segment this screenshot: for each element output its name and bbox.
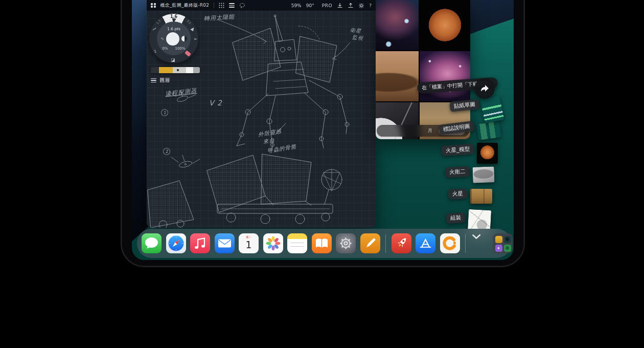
sketch-toolbar: 概念_藍圖_最終版-R02 59% 90° PRO (147, 0, 376, 11)
opacity-max-label: 100% (175, 47, 186, 51)
music-icon (190, 233, 210, 253)
forward-arrow-button[interactable] (474, 78, 495, 99)
drag-item-label[interactable]: 火星 (448, 188, 468, 199)
drag-thumb-deimos[interactable] (472, 166, 494, 183)
calendar-day: 1 (239, 239, 259, 250)
drag-item-label[interactable]: 火衛二 (445, 166, 470, 178)
dock-app-notes[interactable] (287, 233, 307, 253)
toolbar-divider (214, 3, 214, 8)
c-ring-icon (440, 233, 460, 253)
settings-gear-icon (336, 233, 356, 253)
drag-item[interactable]: 火星_模型 (442, 145, 498, 164)
layers-button[interactable]: 圖層 (151, 77, 170, 84)
swatch-white[interactable] (186, 67, 193, 73)
export-icon[interactable] (348, 3, 354, 9)
dock-app-messages[interactable] (142, 233, 162, 253)
swatch-gray[interactable] (173, 67, 186, 73)
recent-app-icon: ★ (495, 245, 502, 252)
recent-app-icon (495, 236, 502, 243)
menu-lines-icon[interactable] (229, 3, 235, 8)
drag-item[interactable]: 貼紙草圖 (450, 100, 502, 122)
layers-label: 圖層 (159, 77, 170, 84)
dock-app-mail[interactable] (215, 233, 235, 253)
gallery-icon[interactable] (151, 3, 156, 8)
books-icon (312, 233, 332, 253)
drag-thumb-logo[interactable] (476, 121, 501, 140)
rotation-value[interactable]: 90° (306, 3, 314, 8)
photo-thumb-nebula-horsehead[interactable] (376, 0, 419, 50)
recent-app-icon (504, 245, 511, 252)
annotation-version: V 2 (209, 99, 222, 107)
drag-item[interactable]: 火星 (448, 189, 492, 204)
photos-tab-month[interactable]: 月 (428, 127, 432, 134)
dock-app-sketch[interactable] (360, 233, 380, 253)
desktop-background: 轉用太陽能 衛星 監視 V 2 遠程探測器 1 2 外殼靈感 來自 甲蟲的骨骼 … (0, 0, 644, 348)
rocket-icon (392, 233, 411, 253)
swatch-dark[interactable] (151, 67, 159, 73)
photo-thumb-mars-globe[interactable] (420, 0, 470, 50)
sketch-app-window: 轉用太陽能 衛星 監視 V 2 遠程探測器 1 2 外殼靈感 來自 甲蟲的骨骼 … (147, 0, 376, 228)
dock-app-photos[interactable] (263, 233, 283, 253)
chevron-down-icon (471, 233, 481, 240)
layers-icon (151, 78, 156, 83)
drag-item-label[interactable]: 標誌說明圖 (439, 121, 474, 135)
dock-collapse-button[interactable] (471, 233, 489, 253)
dock-app-calendar[interactable]: 週二 1 (239, 233, 259, 253)
share-arrow-icon (479, 83, 490, 94)
dock-app-rocket[interactable] (392, 233, 411, 253)
photo-thumb-nebula-pink[interactable] (420, 51, 470, 101)
calendar-weekday: 週二 (239, 235, 259, 239)
settings-gear-icon[interactable] (358, 3, 364, 9)
color-well[interactable] (166, 32, 179, 46)
swatch-gold[interactable] (159, 67, 173, 73)
drag-item[interactable]: 火衛二 (445, 167, 494, 183)
photo-thumb-mars-surface[interactable] (376, 51, 419, 101)
drag-item[interactable]: 標誌說明圖 (439, 123, 500, 139)
opacity-min-label: 0% (162, 47, 168, 51)
pro-badge[interactable]: PRO (322, 3, 333, 8)
lasso-icon[interactable] (239, 3, 245, 9)
document-title[interactable]: 概念_藍圖_最終版-R02 (160, 2, 210, 9)
zoom-level[interactable]: 59% (291, 3, 302, 8)
dock-divider (385, 234, 386, 253)
pressure-icon: ∿ (160, 36, 164, 41)
drag-item-label[interactable]: 組裝 (446, 212, 466, 224)
dock: 週二 1 (137, 229, 511, 258)
import-icon[interactable] (337, 3, 343, 9)
appstore-icon (416, 233, 435, 253)
swatch-marker (177, 69, 179, 71)
brush-wheel[interactable]: 1.6 1.3 3.5 〜 ▲ ➢ ◪ ∿ 1.6 pts ∿ (149, 14, 198, 63)
dock-app-settings[interactable] (336, 233, 356, 253)
recent-app-icon (504, 236, 511, 243)
move-tool-icon[interactable]: ➢ (193, 36, 197, 41)
help-icon[interactable]: ? (369, 3, 372, 8)
photos-icon (263, 233, 283, 253)
color-swatch-bar[interactable] (151, 67, 200, 73)
ipad-screen: 轉用太陽能 衛星 監視 V 2 遠程探測器 1 2 外殼靈感 來自 甲蟲的骨骼 … (132, 0, 514, 260)
fill-tool-icon[interactable]: ◪ (171, 57, 175, 62)
pen-icon (360, 233, 380, 253)
safari-icon (166, 233, 186, 253)
drag-item-label[interactable]: 貼紙草圖 (449, 99, 480, 112)
brush-size-pts: 1.6 pts (167, 27, 180, 31)
dock-divider (465, 234, 466, 253)
dock-recent-apps-group[interactable]: ★ (493, 233, 513, 253)
dock-app-music[interactable] (190, 233, 210, 253)
opacity-icon[interactable] (181, 36, 187, 41)
dock-app-appstore[interactable] (416, 233, 435, 253)
drag-item-label[interactable]: 火星_模型 (441, 144, 474, 156)
mail-icon (215, 233, 235, 253)
dock-app-c-ring[interactable] (440, 233, 460, 253)
annotation-satellite-2: 監視 (352, 34, 364, 42)
messages-icon (142, 233, 162, 253)
drag-thumb-mars-texture[interactable] (470, 189, 492, 204)
dock-app-books[interactable] (312, 233, 332, 253)
brush-wheel-center[interactable]: 1.6 pts ∿ 0% 100% (157, 21, 191, 55)
precision-grid-icon[interactable] (219, 3, 224, 8)
drag-thumb-mars-model[interactable] (477, 143, 498, 164)
swatch-midgray[interactable] (193, 67, 200, 73)
dock-app-safari[interactable] (166, 233, 186, 253)
